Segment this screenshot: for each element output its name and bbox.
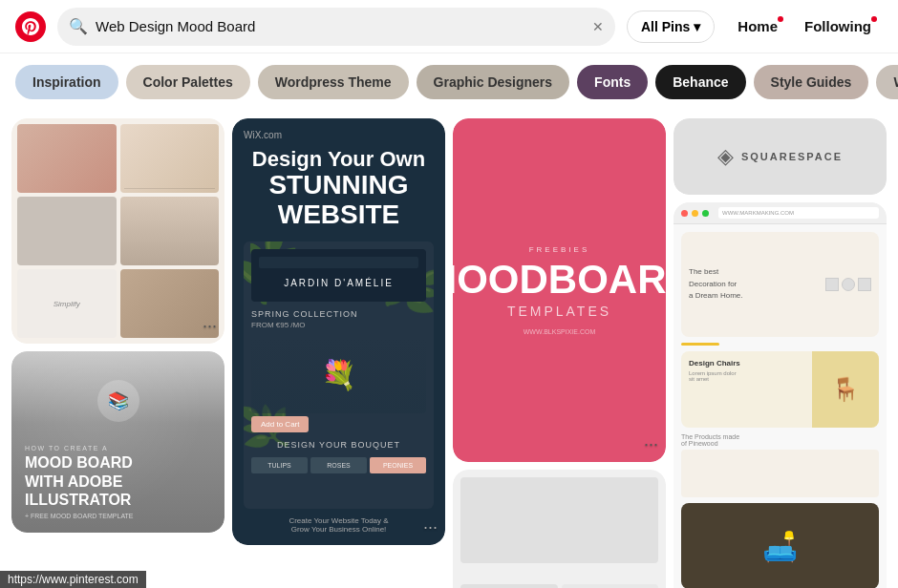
moodboard-url: WWW.BLKSPIXIE.COM [524, 328, 595, 335]
search-icon: 🔍 [69, 17, 88, 35]
browser-url: WWW.MARKMAKING.COM [718, 207, 879, 219]
tab-style-guides[interactable]: Style Guides [754, 65, 869, 99]
squarespace-icon: ◈ [717, 144, 734, 169]
tab-inspiration[interactable]: Inspiration [15, 65, 118, 99]
chair-title: Design Chairs [689, 359, 804, 368]
add-to-cart-button[interactable]: Add to Cart [251, 416, 309, 432]
pin-squarespace[interactable]: ◈ SQUARESPACE [674, 118, 887, 195]
squarespace-label: SQUARESPACE [741, 151, 843, 162]
howto-icon: 📚 [97, 380, 139, 422]
howto-free-text: + FREE MOOD BOARD TEMPLATE [25, 513, 211, 519]
home-notification-dot [778, 16, 783, 22]
all-pins-button[interactable]: All Pins ▾ [627, 10, 715, 43]
search-bar[interactable]: 🔍 ✕ [57, 8, 615, 46]
pin-website-dark[interactable]: WiX.com Design Your OwnSTUNNINGWEBSITE 🌿… [232, 118, 445, 545]
chevron-down-icon: ▾ [694, 19, 700, 34]
spring-text: SPRING COLLECTION [251, 309, 426, 319]
pin-options-dots[interactable]: ··· [203, 316, 217, 336]
close-dot [681, 210, 688, 217]
all-pins-label: All Pins [641, 19, 690, 34]
category-tabs: Inspiration Color Palettes Wordpress The… [0, 53, 898, 111]
tab-color-palettes[interactable]: Color Palettes [126, 65, 250, 99]
pin-collage[interactable]: Simplify ··· [11, 118, 224, 344]
nav-following[interactable]: Following [793, 10, 883, 42]
maximize-dot [702, 210, 709, 217]
price-text: FROM €95 /MO [251, 321, 426, 329]
nav-links: Home Following [726, 10, 883, 42]
wix-label: WiX.com [244, 130, 434, 140]
howto-small-text: HOW TO CREATE A [25, 445, 211, 452]
bottom-text-2: Grow Your Business Online! [244, 525, 434, 534]
pin3-options-dots[interactable]: ··· [644, 434, 658, 454]
pins-grid: Simplify ··· 📚 HOW TO CREATE A MOOD BOAR… [0, 111, 898, 588]
moodboard-title: MOODBOARD [453, 260, 666, 300]
pin-howto[interactable]: 📚 HOW TO CREATE A MOOD BOARDWITH ADOBEIL… [11, 351, 224, 533]
pin-dark-title: Design Your OwnSTUNNINGWEBSITE [244, 148, 434, 230]
following-notification-dot [871, 16, 877, 22]
peonies-btn[interactable]: PEONIES [370, 457, 426, 473]
tab-fonts[interactable]: Fonts [577, 65, 648, 99]
howto-big-text: MOOD BOARDWITH ADOBEILLUSTRATOR [25, 453, 211, 509]
tab-behance[interactable]: Behance [655, 65, 745, 99]
following-label: Following [804, 18, 871, 34]
flowers-image: 💐 [251, 337, 426, 413]
products-text: The Products madeof Pinewood [681, 433, 879, 447]
bottom-text-1: Create Your Website Today & [244, 516, 434, 525]
pin-moodboard-pink[interactable]: FREEBIES MOODBOARD TEMPLATES WWW.BLKSPIX… [453, 118, 666, 462]
tulips-btn[interactable]: TULIPS [251, 457, 308, 473]
bouquet-label: DESIGN YOUR BOUQUET [251, 440, 426, 450]
tab-graphic-designers[interactable]: Graphic Designers [417, 65, 570, 99]
footer-url: https://www.pinterest.com [0, 571, 146, 588]
hero-text: The bestDecoration fora Dream Home. [689, 266, 742, 303]
header: 🔍 ✕ All Pins ▾ Home Following [0, 0, 898, 53]
pin-website-light[interactable]: WWW.MARKMAKING.COM The bestDecoration fo… [674, 202, 887, 588]
pinterest-logo[interactable] [15, 11, 46, 42]
home-label: Home [738, 18, 778, 34]
pin-template-grid[interactable]: ··· [453, 470, 666, 588]
tab-website[interactable]: Website [876, 65, 898, 99]
tab-wordpress-theme[interactable]: Wordpress Theme [258, 65, 409, 99]
clear-icon[interactable]: ✕ [592, 19, 604, 34]
templates-subtitle: TEMPLATES [507, 304, 611, 319]
freebies-label: FREEBIES [529, 245, 590, 254]
minimize-dot [692, 210, 698, 217]
roses-btn[interactable]: ROSES [310, 457, 367, 473]
pin2-options-dots[interactable]: ··· [423, 517, 438, 537]
jardin-text: JARDIN D'AMÉLIE [259, 272, 418, 294]
nav-home[interactable]: Home [726, 10, 789, 42]
search-input[interactable] [96, 18, 585, 34]
